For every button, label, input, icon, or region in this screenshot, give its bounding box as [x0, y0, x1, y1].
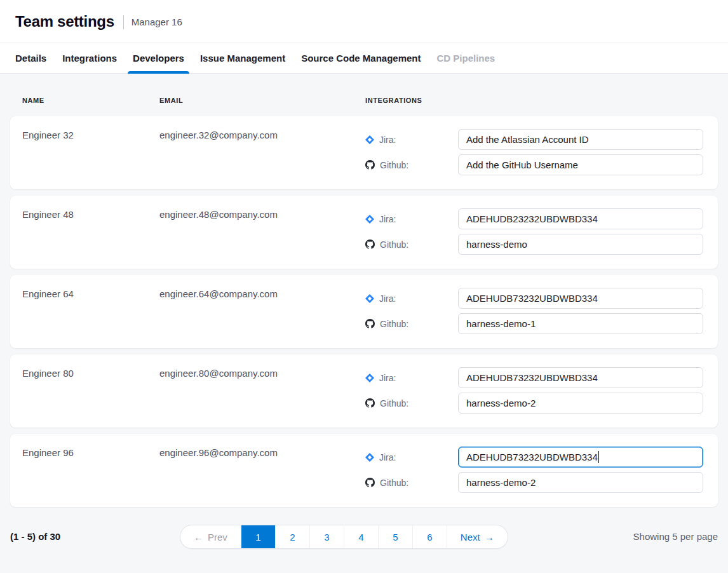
- github-field-label: Github:: [365, 319, 458, 329]
- tab-label: CD Pipelines: [437, 53, 495, 64]
- right-arrow-icon: →: [485, 532, 494, 543]
- github-username-input[interactable]: harness-demo-1: [458, 313, 703, 334]
- integrations-cell: Jira: ADEHUDB73232UBDWBD334 Github:: [365, 367, 703, 415]
- developer-name: Engineer 80: [22, 368, 159, 415]
- table-header-row: NAME EMAIL INTEGRATIONS: [10, 74, 718, 116]
- jira-integration-line: Jira: ADEHUDB23232UBDWBD334: [365, 208, 703, 229]
- github-username-input[interactable]: harness-demo-2: [458, 393, 703, 414]
- jira-icon: [365, 135, 374, 144]
- developer-name: Engineer 48: [22, 210, 159, 256]
- tab-issue-management[interactable]: Issue Management: [195, 43, 290, 73]
- tab-label: Developers: [133, 53, 184, 64]
- github-field-label: Github:: [365, 239, 458, 250]
- developer-email: engineer.48@company.com: [159, 210, 365, 256]
- integrations-cell: Jira: ADEHUDB23232UBDWBD334 Github:: [365, 208, 703, 256]
- developer-row: Engineer 48 engineer.48@company.com Jira…: [10, 196, 718, 269]
- jira-label-text: Jira:: [379, 293, 396, 304]
- jira-input-text: ADEHUDB73232UBDWBD334: [466, 452, 598, 462]
- title-divider: [123, 15, 124, 29]
- jira-account-id-input[interactable]: ADEHUDB73232UBDWBD334: [458, 447, 703, 468]
- page-button-6[interactable]: 6: [412, 525, 447, 548]
- tab-label: Details: [15, 53, 46, 64]
- developer-row: Engineer 96 engineer.96@company.com Jira…: [10, 434, 718, 507]
- github-icon: [365, 319, 375, 328]
- developer-name: Engineer 32: [22, 130, 159, 177]
- integrations-cell: Jira: Add the Atlassian Account ID Githu: [365, 129, 703, 177]
- prev-label: Prev: [208, 532, 227, 543]
- jira-label-text: Jira:: [379, 452, 396, 462]
- developer-email: engineer.64@company.com: [159, 289, 365, 335]
- jira-integration-line: Jira: ADEHUDB73232UBDWBD334: [365, 367, 703, 388]
- pagination-bar: (1 - 5) of 30 ← Prev 1 2 3 4 5 6 Next → …: [10, 525, 718, 549]
- jira-account-id-input[interactable]: Add the Atlassian Account ID: [458, 129, 703, 150]
- github-field-label: Github:: [365, 398, 458, 408]
- left-arrow-icon: ←: [194, 532, 203, 543]
- developer-name: Engineer 96: [22, 448, 159, 494]
- github-username-input[interactable]: Add the GitHub Username: [458, 154, 703, 175]
- tab-label: Issue Management: [200, 53, 285, 64]
- column-header-name: NAME: [22, 97, 159, 104]
- github-label-text: Github:: [380, 160, 408, 170]
- github-integration-line: Github: harness-demo-2: [365, 393, 703, 414]
- jira-account-id-input[interactable]: ADEHUDB23232UBDWBD334: [458, 208, 703, 229]
- github-icon: [365, 398, 375, 408]
- page-number-group: 1 2 3 4 5 6: [241, 525, 447, 548]
- tab-cd-pipelines[interactable]: CD Pipelines: [432, 43, 501, 73]
- page-button-3[interactable]: 3: [309, 525, 344, 548]
- github-icon: [365, 160, 375, 170]
- page-button-1[interactable]: 1: [241, 525, 275, 548]
- page-button-4[interactable]: 4: [344, 525, 378, 548]
- tab-details[interactable]: Details: [10, 43, 51, 73]
- jira-account-id-input[interactable]: ADEHUDB73232UBDWBD334: [458, 367, 703, 388]
- pager: ← Prev 1 2 3 4 5 6 Next →: [180, 525, 508, 549]
- tab-bar: Details Integrations Developers Issue Ma…: [0, 43, 728, 74]
- jira-integration-line: Jira: ADEHUDB73232UBDWBD334: [365, 288, 703, 309]
- jira-field-label: Jira:: [365, 214, 458, 224]
- github-integration-line: Github: harness-demo-2: [365, 472, 703, 493]
- pagination-range-text: (1 - 5) of 30: [10, 531, 60, 542]
- prev-page-button[interactable]: ← Prev: [180, 525, 241, 548]
- jira-icon: [365, 374, 374, 382]
- github-icon: [365, 239, 375, 249]
- page-button-2[interactable]: 2: [275, 525, 309, 548]
- jira-integration-line: Jira: ADEHUDB73232UBDWBD334: [365, 447, 703, 468]
- next-page-button[interactable]: Next →: [447, 525, 508, 548]
- tab-source-code-management[interactable]: Source Code Management: [296, 43, 426, 73]
- jira-input-text: ADEHUDB73232UBDWBD334: [466, 293, 598, 304]
- developer-name: Engineer 64: [22, 289, 159, 335]
- page-header: Team settings Manager 16: [0, 0, 728, 43]
- tab-integrations[interactable]: Integrations: [57, 43, 122, 73]
- column-header-email: EMAIL: [159, 97, 365, 104]
- per-page-text: Showing 5 per page: [633, 531, 718, 542]
- github-label-text: Github:: [380, 319, 408, 329]
- github-icon: [365, 478, 375, 487]
- github-integration-line: Github: harness-demo-1: [365, 313, 703, 334]
- developer-email: engineer.96@company.com: [159, 448, 365, 494]
- jira-icon: [365, 215, 374, 224]
- github-input-text: harness-demo-2: [466, 398, 536, 408]
- github-label-text: Github:: [380, 398, 408, 408]
- tab-label: Integrations: [62, 53, 117, 64]
- page-subtitle: Manager 16: [131, 17, 182, 27]
- jira-field-label: Jira:: [365, 135, 458, 145]
- jira-label-text: Jira:: [379, 373, 396, 383]
- jira-input-text: Add the Atlassian Account ID: [466, 134, 589, 145]
- github-field-label: Github:: [365, 478, 458, 488]
- jira-field-label: Jira:: [365, 452, 458, 462]
- tab-developers[interactable]: Developers: [128, 43, 189, 73]
- jira-integration-line: Jira: Add the Atlassian Account ID: [365, 129, 703, 150]
- github-username-input[interactable]: harness-demo: [458, 234, 703, 255]
- github-username-input[interactable]: harness-demo-2: [458, 472, 703, 493]
- jira-input-text: ADEHUDB23232UBDWBD334: [466, 213, 598, 224]
- github-label-text: Github:: [380, 478, 408, 488]
- page-title: Team settings: [15, 13, 114, 30]
- developer-row: Engineer 32 engineer.32@company.com Jira…: [10, 116, 718, 189]
- github-integration-line: Github: Add the GitHub Username: [365, 154, 703, 175]
- page-button-5[interactable]: 5: [378, 525, 412, 548]
- column-header-integrations: INTEGRATIONS: [365, 97, 718, 104]
- integrations-cell: Jira: ADEHUDB73232UBDWBD334 Github:: [365, 447, 703, 494]
- jira-account-id-input[interactable]: ADEHUDB73232UBDWBD334: [458, 288, 703, 309]
- github-input-text: harness-demo-1: [466, 318, 536, 329]
- jira-label-text: Jira:: [379, 214, 396, 224]
- jira-field-label: Jira:: [365, 373, 458, 383]
